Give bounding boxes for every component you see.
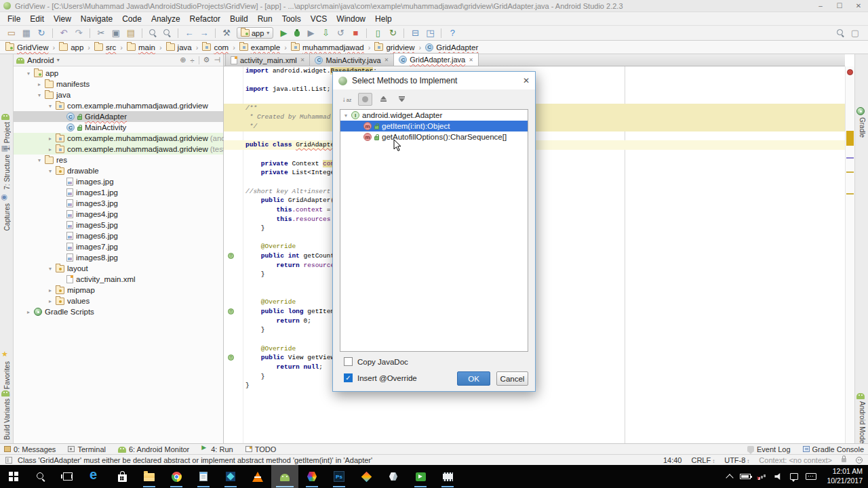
tree-item-com.example.muhammadjawad.gridview[interactable]: ▸com.example.muhammadjawad.gridview (tes… (14, 144, 223, 155)
tool-button-terminal[interactable]: Terminal (68, 445, 106, 453)
taskbar-film-app[interactable] (434, 465, 461, 488)
hide-panel-icon[interactable]: ⊣ (214, 56, 220, 64)
tab-gridadapter.java[interactable]: GridAdapter.java✕ (393, 53, 479, 66)
tray-expand-icon[interactable] (726, 474, 734, 481)
cancel-button[interactable]: Cancel (496, 371, 528, 386)
taskbar-android-studio[interactable] (271, 465, 298, 488)
open-icon[interactable]: ▭ (5, 27, 18, 39)
tree-item-values[interactable]: ▸values (14, 296, 223, 306)
collapse-all-icon[interactable] (395, 93, 409, 106)
insert-override-checkbox[interactable] (344, 373, 353, 382)
tree-item-manifests[interactable]: ▸manifests (14, 79, 223, 89)
help-icon[interactable]: ? (446, 27, 459, 39)
stripe-mark[interactable] (846, 131, 854, 146)
sync-project-icon[interactable]: ↻ (386, 27, 399, 39)
caret-position[interactable]: 14:40 (663, 456, 682, 464)
breadcrumb-gridview[interactable]: gridview (373, 43, 416, 52)
line-ending-selector[interactable]: CRLF↕ (691, 456, 715, 464)
show-classes-icon[interactable] (358, 93, 372, 106)
tree-item-com.example.muhammadjawad.gridview[interactable]: ▾com.example.muhammadjawad.gridview (14, 100, 223, 111)
close-button[interactable]: ✕ (849, 0, 868, 12)
cut-icon[interactable]: ✂ (94, 27, 108, 39)
tool-button-4--run[interactable]: 4: Run (201, 445, 233, 453)
tree-item-drawable[interactable]: ▾drawable (14, 165, 223, 176)
tab-mainactivity.java[interactable]: MainActivity.java✕ (309, 54, 394, 66)
taskbar-clock[interactable]: 12:01 AM 10/21/2017 (824, 467, 863, 485)
navigate-back-icon[interactable]: ← (182, 27, 196, 39)
menu-navigate[interactable]: Navigate (76, 14, 117, 24)
toggle-tool-buttons-icon[interactable] (5, 457, 12, 464)
tool-stripe-captures[interactable]: Captures (0, 194, 14, 231)
menu-refactor[interactable]: Refactor (185, 14, 225, 24)
taskbar-photoshop[interactable] (326, 465, 353, 488)
tool-stripe-gradle[interactable]: Gradle (855, 107, 868, 138)
tree-item-images5.jpg[interactable]: images5.jpg (14, 220, 223, 230)
taskbar-file-explorer[interactable] (136, 465, 163, 488)
taskbar-store[interactable] (108, 465, 136, 488)
tool-button-6--android-monitor[interactable]: 6: Android Monitor (118, 445, 189, 453)
tree-item-images7.jpg[interactable]: images7.jpg (14, 241, 223, 252)
tree-item-layout[interactable]: ▾layout (14, 263, 223, 274)
navigate-forward-icon[interactable]: → (197, 27, 211, 39)
breadcrumb-src[interactable]: src (93, 43, 117, 52)
taskbar-start[interactable] (0, 465, 27, 488)
tree-item-res[interactable]: ▾res (14, 155, 223, 165)
undo-icon[interactable]: ↶ (57, 27, 71, 39)
menu-edit[interactable]: Edit (25, 14, 49, 24)
tool-stripe-android-model[interactable]: Android Model (855, 392, 868, 445)
tool-button-todo[interactable]: TODO (245, 445, 277, 453)
redo-icon[interactable]: ↷ (72, 27, 85, 39)
touch-keyboard-icon[interactable] (806, 473, 816, 480)
taskbar-hexagon-app[interactable] (298, 465, 326, 488)
method-item-getautofilloptions[interactable]: getAutofillOptions():CharSequence[] (340, 131, 528, 142)
tree-item-images8.jpg[interactable]: images8.jpg (14, 252, 223, 263)
taskbar-diamond-app[interactable] (353, 465, 380, 488)
stripe-mark[interactable] (846, 171, 854, 173)
tree-item-images6.jpg[interactable]: images6.jpg (14, 230, 223, 241)
replace-icon[interactable] (163, 28, 172, 37)
run-config-selector[interactable]: app▾ (237, 27, 273, 39)
synchronize-icon[interactable]: ↻ (35, 27, 48, 39)
taskbar-photos[interactable] (217, 465, 244, 488)
insert-override-row[interactable]: Insert @Override (344, 373, 417, 382)
taskbar-vlc[interactable] (244, 465, 271, 488)
save-all-icon[interactable]: ▦ (20, 27, 33, 39)
gear-icon[interactable]: ⚙ (203, 56, 210, 64)
tree-item-mainactivity[interactable]: MainActivity (14, 122, 223, 133)
menu-analyze[interactable]: Analyze (146, 14, 185, 24)
tree-item-mipmap[interactable]: ▸mipmap (14, 285, 223, 296)
taskbar-task-view[interactable] (54, 465, 81, 488)
taskbar-notepad[interactable] (190, 465, 217, 488)
hector-inspection-icon[interactable] (856, 457, 863, 464)
expand-all-icon[interactable] (376, 93, 391, 106)
dialog-tree-root[interactable]: ▾android.widget.Adapter (340, 110, 528, 121)
volume-icon[interactable] (774, 473, 783, 480)
override-gutter-icon[interactable] (228, 308, 234, 314)
tree-item-images4.jpg[interactable]: images4.jpg (14, 209, 223, 220)
rerun-icon[interactable]: ↺ (334, 27, 347, 39)
tree-item-app[interactable]: ▾app (14, 68, 223, 79)
tab-activity_main.xml[interactable]: activity_main.xml✕ (225, 54, 310, 66)
breadcrumb-example[interactable]: example (238, 43, 281, 52)
tool-stripe----structure[interactable]: 7: Structure (0, 145, 14, 190)
scope-settings-icon[interactable]: ⊕ (180, 56, 186, 64)
make-project-icon[interactable]: ⚒ (220, 27, 233, 39)
sdk-manager-icon[interactable]: ⊟ (408, 27, 422, 39)
menu-code[interactable]: Code (117, 14, 146, 24)
breadcrumb-java[interactable]: java (165, 43, 193, 52)
copy-javadoc-row[interactable]: Copy JavaDoc (344, 357, 408, 366)
maximize-button[interactable]: ☐ (830, 0, 849, 12)
encoding-selector[interactable]: UTF-8↕ (724, 456, 749, 464)
action-center-icon[interactable] (790, 473, 798, 480)
error-indicator-icon[interactable] (847, 69, 853, 75)
run-icon[interactable]: ▶ (277, 27, 290, 39)
breadcrumb-gridview[interactable]: GridView (4, 43, 50, 52)
taskbar-search[interactable] (27, 465, 54, 488)
menu-tools[interactable]: Tools (277, 14, 306, 24)
taskbar-green-app[interactable] (407, 465, 434, 488)
find-icon[interactable] (149, 28, 157, 37)
taskbar-chrome[interactable] (163, 465, 190, 488)
tool-button-gradle-console[interactable]: Gradle Console (803, 445, 864, 453)
close-tab-icon[interactable]: ✕ (469, 57, 473, 63)
menu-window[interactable]: Window (332, 14, 370, 24)
